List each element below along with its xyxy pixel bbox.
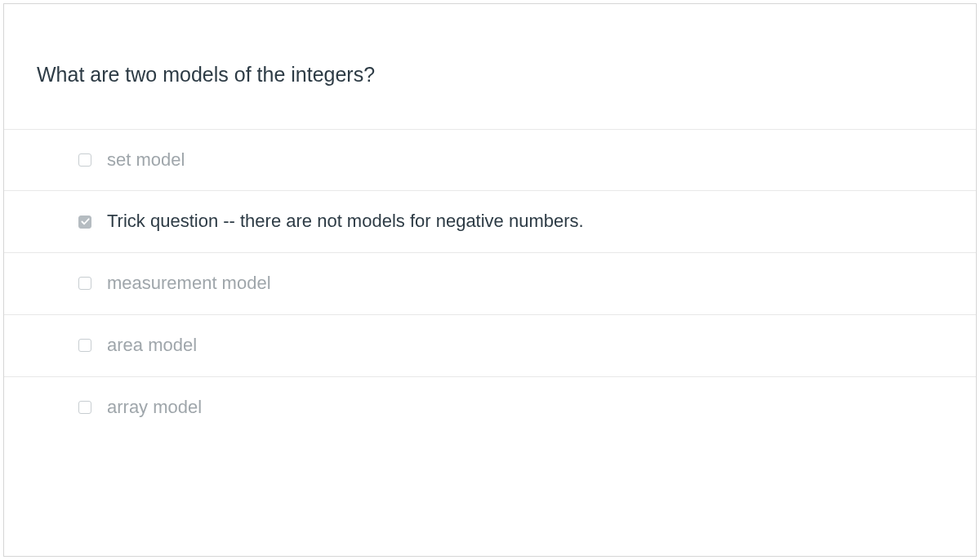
option-row[interactable]: area model	[4, 314, 976, 376]
checkbox-wrapper	[78, 215, 92, 229]
option-row[interactable]: measurement model	[4, 252, 976, 314]
option-row[interactable]: set model	[4, 129, 976, 191]
option-label: area model	[107, 333, 197, 358]
option-row[interactable]: array model	[4, 376, 976, 438]
question-header: What are two models of the integers?	[4, 4, 976, 129]
options-list: set model Trick question -- there are no…	[4, 129, 976, 438]
check-icon	[81, 217, 90, 226]
option-label: measurement model	[107, 271, 271, 296]
checkbox-option-0[interactable]	[78, 153, 91, 167]
question-container: What are two models of the integers? set…	[3, 3, 977, 557]
option-row[interactable]: Trick question -- there are not models f…	[4, 190, 976, 252]
checkbox-option-3[interactable]	[78, 339, 91, 352]
question-text: What are two models of the integers?	[37, 61, 943, 88]
checkbox-wrapper	[78, 153, 92, 167]
option-label: array model	[107, 395, 202, 420]
checkbox-wrapper	[78, 400, 92, 415]
checkbox-option-1[interactable]	[78, 216, 91, 229]
option-label: Trick question -- there are not models f…	[107, 209, 584, 234]
checkbox-wrapper	[78, 276, 92, 291]
checkbox-option-2[interactable]	[78, 277, 91, 290]
checkbox-option-4[interactable]	[78, 401, 91, 414]
checkbox-wrapper	[78, 338, 92, 353]
option-label: set model	[107, 148, 185, 173]
